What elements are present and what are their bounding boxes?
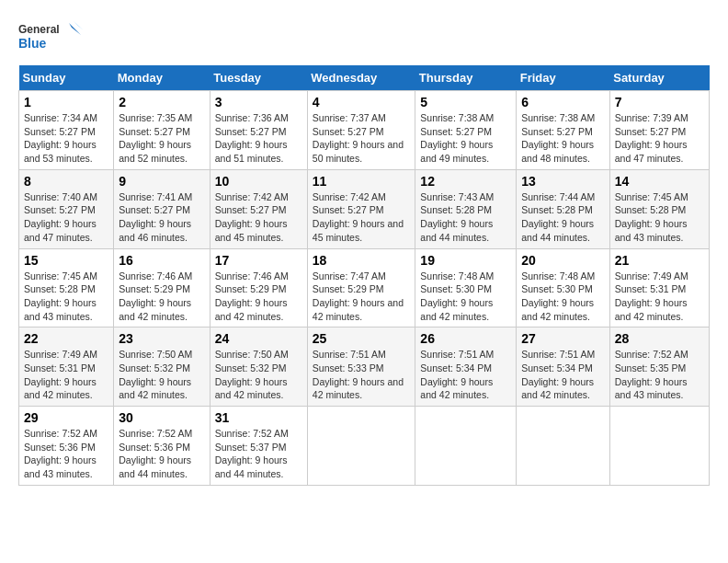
week-row-5: 29 Sunrise: 7:52 AM Sunset: 5:36 PM Dayl…: [19, 407, 710, 486]
day-info: Sunrise: 7:46 AM Sunset: 5:29 PM Dayligh…: [215, 270, 302, 324]
day-cell: 2 Sunrise: 7:35 AM Sunset: 5:27 PM Dayli…: [114, 91, 210, 170]
day-number: 15: [24, 253, 108, 268]
day-cell: 4 Sunrise: 7:37 AM Sunset: 5:27 PM Dayli…: [307, 91, 415, 170]
day-cell: 25 Sunrise: 7:51 AM Sunset: 5:33 PM Dayl…: [307, 327, 415, 407]
day-info: Sunrise: 7:42 AM Sunset: 5:27 PM Dayligh…: [215, 190, 302, 245]
header-row: SundayMondayTuesdayWednesdayThursdayFrid…: [19, 65, 710, 91]
day-cell: 12 Sunrise: 7:43 AM Sunset: 5:28 PM Dayl…: [415, 169, 517, 248]
day-info: Sunrise: 7:51 AM Sunset: 5:33 PM Dayligh…: [313, 348, 411, 402]
week-row-4: 22 Sunrise: 7:49 AM Sunset: 5:31 PM Dayl…: [19, 327, 710, 407]
svg-text:Blue: Blue: [18, 36, 47, 51]
day-number: 31: [215, 410, 302, 425]
col-header-saturday: Saturday: [609, 65, 709, 91]
day-info: Sunrise: 7:51 AM Sunset: 5:34 PM Dayligh…: [420, 348, 511, 402]
day-number: 27: [521, 331, 605, 346]
calendar-table: SundayMondayTuesdayWednesdayThursdayFrid…: [18, 65, 710, 486]
day-info: Sunrise: 7:45 AM Sunset: 5:28 PM Dayligh…: [24, 270, 108, 324]
day-cell: 13 Sunrise: 7:44 AM Sunset: 5:28 PM Dayl…: [517, 169, 610, 248]
day-info: Sunrise: 7:41 AM Sunset: 5:27 PM Dayligh…: [119, 190, 205, 245]
day-number: 22: [24, 331, 108, 346]
day-info: Sunrise: 7:38 AM Sunset: 5:27 PM Dayligh…: [420, 111, 511, 166]
day-cell: 3 Sunrise: 7:36 AM Sunset: 5:27 PM Dayli…: [210, 91, 307, 170]
day-info: Sunrise: 7:42 AM Sunset: 5:27 PM Dayligh…: [313, 190, 411, 245]
day-number: 11: [313, 174, 411, 189]
day-info: Sunrise: 7:46 AM Sunset: 5:29 PM Dayligh…: [119, 270, 205, 324]
logo-svg: General Blue: [18, 18, 83, 60]
day-cell: 9 Sunrise: 7:41 AM Sunset: 5:27 PM Dayli…: [114, 169, 210, 248]
col-header-wednesday: Wednesday: [307, 65, 415, 91]
day-number: 25: [313, 331, 411, 346]
day-info: Sunrise: 7:52 AM Sunset: 5:35 PM Dayligh…: [615, 348, 704, 402]
day-info: Sunrise: 7:49 AM Sunset: 5:31 PM Dayligh…: [24, 348, 108, 402]
day-number: 28: [615, 331, 704, 346]
day-info: Sunrise: 7:50 AM Sunset: 5:32 PM Dayligh…: [215, 348, 302, 402]
day-info: Sunrise: 7:48 AM Sunset: 5:30 PM Dayligh…: [420, 270, 511, 324]
day-number: 29: [24, 410, 108, 425]
day-cell: 17 Sunrise: 7:46 AM Sunset: 5:29 PM Dayl…: [210, 248, 307, 327]
day-cell: 14 Sunrise: 7:45 AM Sunset: 5:28 PM Dayl…: [609, 169, 709, 248]
day-cell: 30 Sunrise: 7:52 AM Sunset: 5:36 PM Dayl…: [114, 407, 210, 486]
day-info: Sunrise: 7:37 AM Sunset: 5:27 PM Dayligh…: [313, 111, 411, 166]
col-header-thursday: Thursday: [415, 65, 517, 91]
svg-marker-2: [69, 23, 81, 35]
day-number: 23: [119, 331, 205, 346]
day-number: 12: [420, 174, 511, 189]
day-cell: 31 Sunrise: 7:52 AM Sunset: 5:37 PM Dayl…: [210, 407, 307, 486]
day-number: 3: [215, 95, 302, 109]
day-info: Sunrise: 7:47 AM Sunset: 5:29 PM Dayligh…: [313, 270, 411, 324]
day-number: 5: [420, 95, 511, 109]
week-row-2: 8 Sunrise: 7:40 AM Sunset: 5:27 PM Dayli…: [19, 169, 710, 248]
week-row-3: 15 Sunrise: 7:45 AM Sunset: 5:28 PM Dayl…: [19, 248, 710, 327]
day-number: 19: [420, 253, 511, 268]
day-info: Sunrise: 7:49 AM Sunset: 5:31 PM Dayligh…: [615, 270, 704, 324]
day-info: Sunrise: 7:52 AM Sunset: 5:36 PM Dayligh…: [119, 427, 205, 481]
day-number: 2: [119, 95, 205, 109]
day-info: Sunrise: 7:44 AM Sunset: 5:28 PM Dayligh…: [521, 190, 605, 245]
col-header-monday: Monday: [114, 65, 210, 91]
day-cell: 28 Sunrise: 7:52 AM Sunset: 5:35 PM Dayl…: [609, 327, 709, 407]
day-info: Sunrise: 7:38 AM Sunset: 5:27 PM Dayligh…: [521, 111, 605, 166]
day-cell: 20 Sunrise: 7:48 AM Sunset: 5:30 PM Dayl…: [517, 248, 610, 327]
day-info: Sunrise: 7:40 AM Sunset: 5:27 PM Dayligh…: [24, 190, 108, 245]
day-cell: [415, 407, 517, 486]
day-number: 17: [215, 253, 302, 268]
day-cell: 7 Sunrise: 7:39 AM Sunset: 5:27 PM Dayli…: [609, 91, 709, 170]
day-number: 13: [521, 174, 605, 189]
day-cell: 24 Sunrise: 7:50 AM Sunset: 5:32 PM Dayl…: [210, 327, 307, 407]
day-number: 4: [313, 95, 411, 109]
day-number: 24: [215, 331, 302, 346]
day-cell: 29 Sunrise: 7:52 AM Sunset: 5:36 PM Dayl…: [19, 407, 114, 486]
day-cell: 1 Sunrise: 7:34 AM Sunset: 5:27 PM Dayli…: [19, 91, 114, 170]
day-cell: 10 Sunrise: 7:42 AM Sunset: 5:27 PM Dayl…: [210, 169, 307, 248]
day-cell: 19 Sunrise: 7:48 AM Sunset: 5:30 PM Dayl…: [415, 248, 517, 327]
day-number: 20: [521, 253, 605, 268]
col-header-sunday: Sunday: [19, 65, 114, 91]
day-number: 18: [313, 253, 411, 268]
day-number: 8: [24, 174, 108, 189]
day-number: 30: [119, 410, 205, 425]
day-cell: 22 Sunrise: 7:49 AM Sunset: 5:31 PM Dayl…: [19, 327, 114, 407]
day-cell: 16 Sunrise: 7:46 AM Sunset: 5:29 PM Dayl…: [114, 248, 210, 327]
day-number: 1: [24, 95, 108, 109]
day-info: Sunrise: 7:51 AM Sunset: 5:34 PM Dayligh…: [521, 348, 605, 402]
day-number: 10: [215, 174, 302, 189]
day-cell: 26 Sunrise: 7:51 AM Sunset: 5:34 PM Dayl…: [415, 327, 517, 407]
col-header-friday: Friday: [517, 65, 610, 91]
day-cell: 15 Sunrise: 7:45 AM Sunset: 5:28 PM Dayl…: [19, 248, 114, 327]
day-info: Sunrise: 7:50 AM Sunset: 5:32 PM Dayligh…: [119, 348, 205, 402]
day-number: 26: [420, 331, 511, 346]
day-cell: 23 Sunrise: 7:50 AM Sunset: 5:32 PM Dayl…: [114, 327, 210, 407]
day-info: Sunrise: 7:39 AM Sunset: 5:27 PM Dayligh…: [615, 111, 704, 166]
day-cell: 11 Sunrise: 7:42 AM Sunset: 5:27 PM Dayl…: [307, 169, 415, 248]
day-cell: 21 Sunrise: 7:49 AM Sunset: 5:31 PM Dayl…: [609, 248, 709, 327]
week-row-1: 1 Sunrise: 7:34 AM Sunset: 5:27 PM Dayli…: [19, 91, 710, 170]
day-cell: [307, 407, 415, 486]
day-cell: 8 Sunrise: 7:40 AM Sunset: 5:27 PM Dayli…: [19, 169, 114, 248]
day-info: Sunrise: 7:52 AM Sunset: 5:36 PM Dayligh…: [24, 427, 108, 481]
day-info: Sunrise: 7:43 AM Sunset: 5:28 PM Dayligh…: [420, 190, 511, 245]
day-cell: 18 Sunrise: 7:47 AM Sunset: 5:29 PM Dayl…: [307, 248, 415, 327]
day-number: 16: [119, 253, 205, 268]
day-info: Sunrise: 7:36 AM Sunset: 5:27 PM Dayligh…: [215, 111, 302, 166]
day-info: Sunrise: 7:45 AM Sunset: 5:28 PM Dayligh…: [615, 190, 704, 245]
day-info: Sunrise: 7:48 AM Sunset: 5:30 PM Dayligh…: [521, 270, 605, 324]
